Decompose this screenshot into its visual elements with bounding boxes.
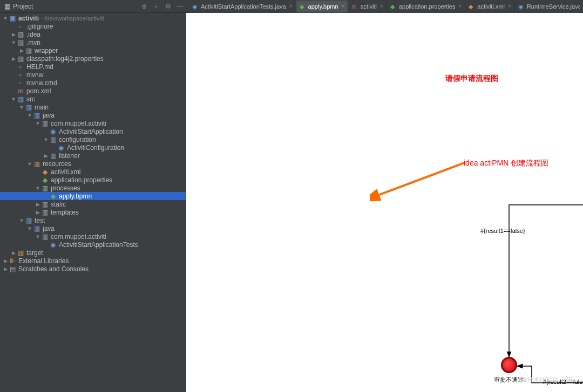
tree-item[interactable]: ▶▥listener <box>0 152 186 160</box>
java-icon: ◉ <box>518 3 525 10</box>
tree-item[interactable]: ▶⊪External Libraries <box>0 257 186 265</box>
gear-icon[interactable]: ⚙ <box>164 3 172 10</box>
project-tree[interactable]: ▼ ▣ activiti ~/dev/workspace/activiti ▫.… <box>0 13 186 392</box>
expand-icon[interactable]: ▶ <box>10 250 17 256</box>
tree-item[interactable]: ▶▥templates <box>0 208 186 216</box>
tree-item[interactable]: ▼▥test <box>0 216 186 224</box>
xml-icon: ◆ <box>41 168 49 176</box>
expand-icon[interactable]: ▼ <box>26 161 33 167</box>
editor-tab[interactable]: ◆activiti.xml× <box>465 1 515 12</box>
tree-item[interactable]: ▼▥com.muppet.activiti <box>0 232 186 240</box>
tree-item-label: templates <box>51 209 79 216</box>
tree-item-label: .mvn <box>26 39 40 46</box>
bpmn-editor[interactable]: 请假申请流程图 idea actiPMN 创建流程图 开始 <box>186 13 583 392</box>
expand-icon[interactable]: ▶ <box>35 210 41 215</box>
tree-item[interactable]: ◉ActivitiConfiguration <box>0 143 186 152</box>
expand-icon[interactable]: ▼ <box>26 113 33 118</box>
tree-item-label: ActivitiConfiguration <box>67 144 124 152</box>
tree-item-label: pom.xml <box>26 87 51 95</box>
tree-item[interactable]: ▶▥classpath:log4j2.properties <box>0 54 186 63</box>
tree-item[interactable]: ▶▥target <box>0 249 186 257</box>
expand-icon[interactable]: ▼ <box>18 218 25 223</box>
tree-item[interactable]: ▫.gitignore <box>0 22 186 30</box>
tree-root[interactable]: ▼ ▣ activiti ~/dev/workspace/activiti <box>0 14 186 22</box>
expand-icon[interactable]: ▶ <box>10 56 17 61</box>
tree-item[interactable]: ▼▥processes <box>0 184 186 192</box>
close-icon[interactable]: × <box>508 3 511 9</box>
editor-tab[interactable]: mactiviti× <box>348 1 387 12</box>
expand-icon[interactable]: ▼ <box>26 226 33 231</box>
expand-icon[interactable]: ▶ <box>43 153 49 159</box>
tree-item[interactable]: ◆activiti.xml <box>0 168 186 176</box>
tree-item[interactable]: ▼▥java <box>0 111 186 119</box>
tree-item[interactable]: ▫mvnw.cmd <box>0 79 186 87</box>
folder-orange-icon: ▥ <box>17 249 24 257</box>
hide-icon[interactable]: — <box>176 3 184 10</box>
tree-item[interactable]: ▶▤Scratches and Consoles <box>0 265 186 273</box>
expand-icon[interactable]: ▶ <box>2 258 9 264</box>
bpmn-icon: ◆ <box>300 3 306 10</box>
tree-item[interactable]: ▼▥main <box>0 103 186 111</box>
tree-item-label: classpath:log4j2.properties <box>26 55 104 63</box>
project-header: ▦ Project ⊕ ÷ ⚙ — <box>3 3 187 10</box>
close-icon[interactable]: × <box>342 3 345 9</box>
tree-item-label: wrapper <box>35 47 58 54</box>
expand-icon[interactable]: ▼ <box>10 40 17 45</box>
folder-blue-icon: ▥ <box>25 104 32 111</box>
tree-item[interactable]: ▫mvnw <box>0 71 186 79</box>
m-icon: m <box>17 87 24 95</box>
expand-icon[interactable]: ▶ <box>35 202 41 207</box>
expand-icon[interactable]: ▶ <box>2 266 9 272</box>
editor-tab[interactable]: ◆apply.bpmn× <box>296 1 349 12</box>
close-icon[interactable]: × <box>289 3 293 9</box>
tree-item[interactable]: ▶▥wrapper <box>0 46 186 54</box>
expand-icon[interactable]: ▶ <box>10 32 17 37</box>
tree-item[interactable]: ▶▥.idea <box>0 30 186 38</box>
close-icon[interactable]: × <box>458 3 462 9</box>
tree-item[interactable]: ▼▥src <box>0 95 186 103</box>
class-icon: ◉ <box>49 241 57 249</box>
expand-icon[interactable]: ▼ <box>35 121 41 126</box>
expand-icon[interactable]: ▶ <box>18 48 25 53</box>
tree-item[interactable]: ▫HELP.md <box>0 63 186 71</box>
file-icon: ▫ <box>17 71 24 79</box>
editor-tab[interactable]: ◆application.properties× <box>387 1 465 12</box>
tree-item[interactable]: ◉ActivitiStartApplication <box>0 127 186 135</box>
tree-item[interactable]: ▼▥com.muppet.activiti <box>0 119 186 127</box>
tree-root-path: ~/dev/workspace/activiti <box>41 15 104 22</box>
folder-icon: ▥ <box>17 31 24 38</box>
project-label: Project <box>13 3 33 10</box>
editor-tab[interactable]: ◉RuntimeService.java× <box>515 1 580 12</box>
tree-item-label: Scratches and Consoles <box>18 265 89 273</box>
expand-icon[interactable]: ▼ <box>35 185 41 191</box>
target-icon[interactable]: ⊕ <box>140 3 148 10</box>
bpmn-end-fail[interactable] <box>501 357 517 373</box>
tree-item[interactable]: ◆apply.bpmn <box>0 192 186 200</box>
folder-icon: ▥ <box>41 209 49 216</box>
tree-item[interactable]: ◉ActivitiStartApplicationTests <box>0 240 186 249</box>
editor-tab[interactable]: ◉ActivitiStartApplicationTests.java× <box>189 1 296 12</box>
tree-item[interactable]: ◆application.properties <box>0 176 186 184</box>
tree-item[interactable]: ▼▥java <box>0 224 186 232</box>
tree-item-label: External Libraries <box>18 257 69 265</box>
tree-item[interactable]: ▼▥configuration <box>0 135 186 143</box>
tree-item-label: target <box>26 249 43 257</box>
expand-icon[interactable]: ▼ <box>10 97 17 102</box>
tab-label: RuntimeService.java <box>527 3 580 10</box>
tree-item[interactable]: mpom.xml <box>0 87 186 95</box>
green-icon: ◆ <box>390 3 397 10</box>
folder-icon: ▥ <box>41 120 49 127</box>
expand-icon[interactable]: ▼ <box>35 234 41 239</box>
close-icon[interactable]: × <box>380 3 383 9</box>
tree-item[interactable]: ▶▥static <box>0 200 186 208</box>
expand-icon[interactable]: ▼ <box>43 137 49 142</box>
bpmn-icon: ◆ <box>49 192 57 200</box>
folder-blue-icon: ▥ <box>33 225 40 232</box>
scratch-icon: ▤ <box>9 265 16 273</box>
class-icon: ◉ <box>49 128 57 135</box>
tree-item[interactable]: ▼▥.mvn <box>0 38 186 46</box>
expand-icon[interactable]: ▼ <box>18 105 25 110</box>
collapse-icon[interactable]: ÷ <box>152 3 160 10</box>
tree-item[interactable]: ▼▥resources <box>0 160 186 168</box>
m-icon: m <box>351 3 358 10</box>
